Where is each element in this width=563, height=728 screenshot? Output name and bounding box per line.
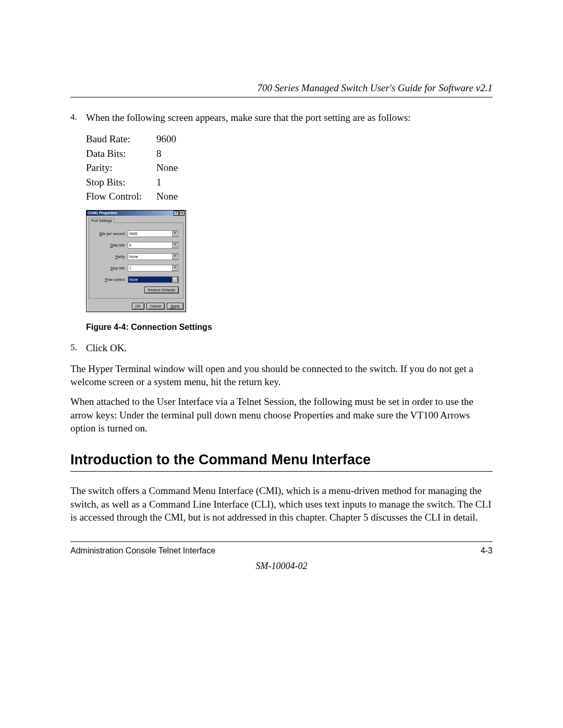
step-4-text: When the following screen appears, make … — [86, 112, 493, 124]
figure-4-4: COM1 Properties ? x Port Settings Bits p… — [86, 210, 493, 312]
figure-caption: Figure 4-4: Connection Settings — [86, 323, 493, 332]
dialog-title: COM1 Properties — [88, 211, 117, 215]
close-button[interactable]: x — [179, 211, 185, 216]
field-label: Data bits: — [93, 243, 128, 247]
step-5: 5. Click OK. — [70, 342, 493, 354]
help-button[interactable]: ? — [174, 211, 179, 216]
chevron-down-icon: ▾ — [172, 265, 178, 271]
step-5-number: 5. — [70, 342, 86, 354]
bits-per-second-select[interactable]: 9600 ▾ — [128, 230, 179, 237]
data-bits-select[interactable]: 8 ▾ — [128, 242, 179, 249]
step-4-number: 4. — [70, 112, 86, 124]
field-parity: Parity: None ▾ — [93, 253, 179, 260]
setting-label: Stop Bits: — [86, 175, 156, 190]
field-flow-control: Flow control: None ▾ — [93, 276, 179, 283]
restore-defaults-row: Restore Defaults — [93, 288, 179, 292]
paragraph: The Hyper Terminal window will open and … — [70, 362, 493, 389]
dialog-titlebar: COM1 Properties ? x — [87, 211, 186, 216]
field-stop-bits: Stop bits: 1 ▾ — [93, 265, 179, 272]
page-number: 4-3 — [481, 546, 493, 556]
paragraph: The switch offers a Command Menu Interfa… — [70, 484, 493, 524]
chevron-down-icon: ▾ — [172, 277, 178, 282]
stop-bits-select[interactable]: 1 ▾ — [128, 265, 179, 272]
running-head: 700 Series Managed Switch User's Guide f… — [70, 82, 493, 97]
setting-label: Baud Rate: — [86, 132, 156, 146]
field-data-bits: Data bits: 8 ▾ — [93, 242, 179, 249]
dialog-body: Port Settings Bits per second: 9600 ▾ Da… — [87, 216, 186, 300]
setting-row: Baud Rate: 9600 — [86, 132, 493, 146]
field-label: Parity: — [93, 255, 128, 258]
field-label: Flow control: — [93, 278, 128, 281]
setting-label: Data Bits: — [86, 146, 156, 161]
setting-row: Flow Control: None — [86, 189, 493, 204]
setting-value: 9600 — [156, 132, 176, 146]
setting-value: None — [156, 161, 178, 175]
tab-port-settings[interactable]: Port Settings — [89, 218, 115, 223]
setting-value: 8 — [156, 146, 162, 161]
restore-defaults-button[interactable]: Restore Defaults — [144, 287, 179, 293]
footer-left: Administration Console Telnet Interface — [70, 546, 215, 556]
parity-select[interactable]: None ▾ — [128, 253, 179, 260]
field-label: Stop bits: — [93, 266, 128, 270]
document-id: SM-10004-02 — [70, 561, 493, 572]
page: 700 Series Managed Switch User's Guide f… — [0, 0, 563, 728]
field-label: Bits per second: — [93, 232, 128, 236]
chevron-down-icon: ▾ — [172, 231, 178, 237]
chevron-down-icon: ▾ — [172, 254, 178, 260]
select-value: 9600 — [129, 232, 138, 236]
setting-value: None — [156, 189, 178, 204]
dialog-footer: OK Cancel Apply — [87, 300, 186, 312]
select-value: 1 — [129, 266, 131, 270]
setting-row: Parity: None — [86, 161, 493, 175]
setting-value: 1 — [156, 175, 162, 190]
step-5-text: Click OK. — [86, 342, 493, 354]
section-heading: Introduction to the Command Menu Interfa… — [70, 452, 493, 472]
cancel-button[interactable]: Cancel — [146, 303, 165, 310]
page-footer: Administration Console Telnet Interface … — [70, 541, 493, 572]
setting-row: Data Bits: 8 — [86, 146, 493, 161]
select-value: 8 — [129, 243, 131, 247]
select-value: None — [129, 278, 138, 281]
port-settings-list: Baud Rate: 9600 Data Bits: 8 Parity: Non… — [86, 132, 493, 204]
setting-label: Parity: — [86, 161, 156, 175]
step-4: 4. When the following screen appears, ma… — [70, 112, 493, 124]
setting-row: Stop Bits: 1 — [86, 175, 493, 190]
field-bits-per-second: Bits per second: 9600 ▾ — [93, 230, 179, 237]
apply-button[interactable]: Apply — [167, 303, 183, 310]
com1-properties-dialog: COM1 Properties ? x Port Settings Bits p… — [86, 210, 186, 312]
port-settings-panel: Bits per second: 9600 ▾ Data bits: 8 ▾ — [89, 223, 183, 299]
select-value: None — [129, 255, 138, 258]
ok-button[interactable]: OK — [132, 303, 144, 310]
chevron-down-icon: ▾ — [172, 242, 178, 248]
paragraph: When attached to the User Interface via … — [70, 395, 493, 435]
setting-label: Flow Control: — [86, 189, 156, 204]
flow-control-select[interactable]: None ▾ — [128, 276, 179, 283]
